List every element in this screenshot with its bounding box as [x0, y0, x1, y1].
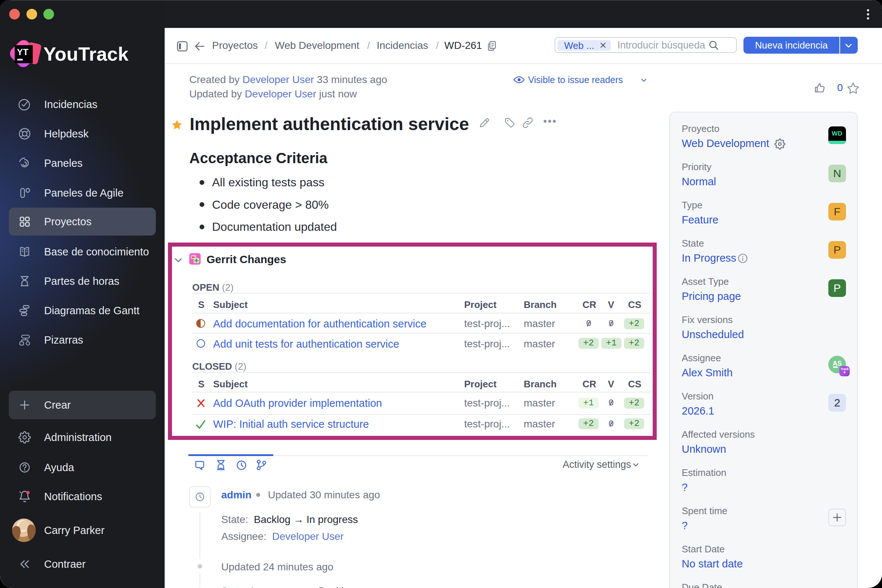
svg-text:YT: YT — [17, 47, 28, 57]
